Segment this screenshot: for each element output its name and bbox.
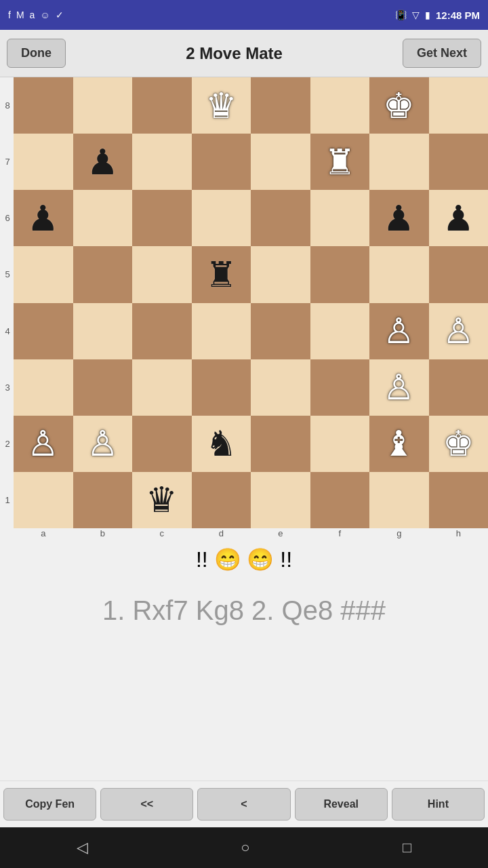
battery-icon: ▮ [425, 9, 430, 20]
cell-b5[interactable] [73, 246, 133, 302]
black-pawn-b7: ♟ [87, 144, 119, 180]
cell-a7[interactable] [14, 134, 73, 190]
cell-b4[interactable] [73, 303, 133, 359]
cell-e5[interactable] [251, 246, 310, 302]
cell-g1[interactable] [369, 472, 429, 528]
cell-d7[interactable] [192, 134, 251, 190]
cell-e7[interactable] [251, 134, 310, 190]
cell-h5[interactable] [429, 246, 489, 302]
cell-h4[interactable]: ♙ [429, 303, 489, 359]
copy-fen-button[interactable]: Copy Fen [3, 788, 96, 821]
cell-d2[interactable]: ♞ [192, 416, 251, 472]
cell-h1[interactable] [429, 472, 489, 528]
white-king-g8: ♚ [383, 88, 415, 123]
file-b: b [73, 528, 133, 542]
cell-c5[interactable] [132, 246, 192, 302]
cell-e2[interactable] [251, 416, 310, 472]
cell-c7[interactable] [132, 134, 192, 190]
cell-c1[interactable]: ♛ [132, 472, 192, 528]
cell-f1[interactable] [310, 472, 370, 528]
cell-f4[interactable] [310, 303, 370, 359]
cell-g5[interactable] [369, 246, 429, 302]
cell-h8[interactable] [429, 77, 489, 134]
cell-d8[interactable]: ♛ [192, 77, 251, 134]
cell-f2[interactable] [310, 416, 370, 472]
cell-a2[interactable]: ♙ [14, 416, 73, 472]
rewind-button[interactable]: << [100, 788, 193, 821]
cell-c2[interactable] [132, 416, 192, 472]
gmail-icon: M [16, 9, 24, 20]
cell-f8[interactable] [310, 77, 370, 134]
cell-c3[interactable] [132, 359, 192, 416]
header: Done 2 Move Mate Get Next [0, 30, 488, 77]
chess-board[interactable]: ♛ ♚ ♟ ♜ ♟ ♟ ♟ ♜ [14, 77, 488, 528]
cell-f5[interactable] [310, 246, 370, 302]
cell-b7[interactable]: ♟ [73, 134, 133, 190]
hint-button[interactable]: Hint [392, 788, 485, 821]
get-next-button[interactable]: Get Next [403, 39, 481, 68]
cell-e3[interactable] [251, 359, 310, 416]
cell-f3[interactable] [310, 359, 370, 416]
cell-h7[interactable] [429, 134, 489, 190]
cell-g7[interactable] [369, 134, 429, 190]
cell-d4[interactable] [192, 303, 251, 359]
status-left-icons: f M a ☺ ✓ [8, 9, 64, 20]
rank-7: 7 [0, 157, 14, 167]
cell-b6[interactable] [73, 190, 133, 246]
cell-a5[interactable] [14, 246, 73, 302]
android-nav: ◁ ○ □ [0, 827, 488, 868]
cell-e1[interactable] [251, 472, 310, 528]
cell-a4[interactable] [14, 303, 73, 359]
cell-a6[interactable]: ♟ [14, 190, 73, 246]
done-button[interactable]: Done [7, 39, 66, 68]
cell-e6[interactable] [251, 190, 310, 246]
cell-g2[interactable]: ♝ [369, 416, 429, 472]
file-a: a [14, 528, 73, 542]
cell-b3[interactable] [73, 359, 133, 416]
puzzle-title: 2 Move Mate [66, 44, 403, 63]
file-f: f [310, 528, 370, 542]
cell-d3[interactable] [192, 359, 251, 416]
facebook-icon: f [8, 9, 11, 20]
cell-c4[interactable] [132, 303, 192, 359]
cell-a8[interactable] [14, 77, 73, 134]
cell-d5[interactable]: ♜ [192, 246, 251, 302]
cell-b2[interactable]: ♙ [73, 416, 133, 472]
home-nav-icon[interactable]: ○ [241, 839, 249, 856]
reveal-button[interactable]: Reveal [295, 788, 388, 821]
cell-f6[interactable] [310, 190, 370, 246]
cell-c8[interactable] [132, 77, 192, 134]
rank-4: 4 [0, 326, 14, 336]
white-pawn-g4: ♙ [383, 313, 415, 349]
file-c: c [132, 528, 192, 542]
cell-h2[interactable]: ♚ [429, 416, 489, 472]
cell-a1[interactable] [14, 472, 73, 528]
rank-8: 8 [0, 100, 14, 111]
black-pawn-h6: ♟ [443, 201, 474, 236]
file-labels: a b c d e f g h [14, 528, 488, 542]
exclamation-left: !! [196, 547, 208, 572]
cell-g6[interactable]: ♟ [369, 190, 429, 246]
cell-d6[interactable] [192, 190, 251, 246]
cell-b1[interactable] [73, 472, 133, 528]
cell-h3[interactable] [429, 359, 489, 416]
amazon-icon: a [30, 9, 35, 20]
file-e: e [251, 528, 310, 542]
cell-e8[interactable] [251, 77, 310, 134]
cell-h6[interactable]: ♟ [429, 190, 489, 246]
cell-g8[interactable]: ♚ [369, 77, 429, 134]
cell-b8[interactable] [73, 77, 133, 134]
cell-f7[interactable]: ♜ [310, 134, 370, 190]
cell-a3[interactable] [14, 359, 73, 416]
rank-labels: 8 7 6 5 4 3 2 1 [0, 77, 14, 528]
recents-nav-icon[interactable]: □ [403, 839, 411, 856]
cell-g3[interactable]: ♙ [369, 359, 429, 416]
back-nav-icon[interactable]: ◁ [77, 839, 88, 856]
grinning-emoji-1: 😁 [214, 547, 241, 572]
black-rook-d5: ♜ [205, 257, 237, 292]
cell-c6[interactable] [132, 190, 192, 246]
cell-e4[interactable] [251, 303, 310, 359]
cell-d1[interactable] [192, 472, 251, 528]
cell-g4[interactable]: ♙ [369, 303, 429, 359]
back-button[interactable]: < [197, 788, 290, 821]
